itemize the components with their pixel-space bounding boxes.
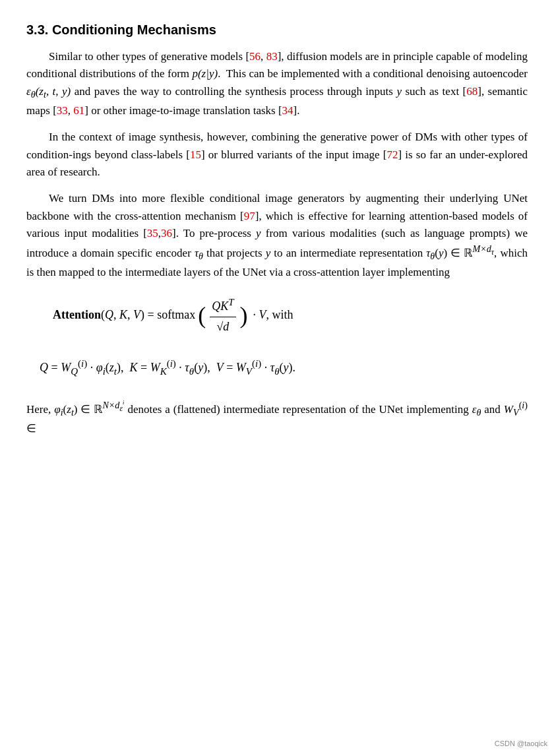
ref-33[interactable]: 33 — [57, 104, 68, 117]
ref-56[interactable]: 56 — [249, 50, 261, 63]
ref-34[interactable]: 34 — [282, 104, 293, 117]
ref-35[interactable]: 35 — [147, 227, 158, 239]
watermark-text: CSDN @taoqick — [495, 738, 547, 749]
section-title: 3.3. Conditioning Mechanisms — [26, 20, 528, 40]
attention-equation: Attention(Q, K, V) = softmax ( QKT √d ) … — [53, 295, 528, 336]
qkv-equation: Q = WQ(i) · φi(zt), K = WK(i) · τθ(y), V… — [40, 356, 528, 379]
paragraph-here: Here, φi(zt) ∈ ℝN×dεi denotes a (flatten… — [26, 398, 528, 437]
ref-72[interactable]: 72 — [386, 148, 398, 161]
ref-61[interactable]: 61 — [73, 104, 84, 117]
ref-36[interactable]: 36 — [161, 227, 172, 239]
ref-83[interactable]: 83 — [266, 50, 278, 63]
paragraph-3: We turn DMs into more flexible condition… — [26, 190, 528, 281]
paragraph-2: In the context of image synthesis, howev… — [26, 129, 528, 181]
paragraph-1: Similar to other types of generative mod… — [26, 48, 528, 119]
ref-68[interactable]: 68 — [466, 85, 477, 98]
ref-97[interactable]: 97 — [244, 210, 255, 222]
ref-15[interactable]: 15 — [190, 148, 201, 161]
